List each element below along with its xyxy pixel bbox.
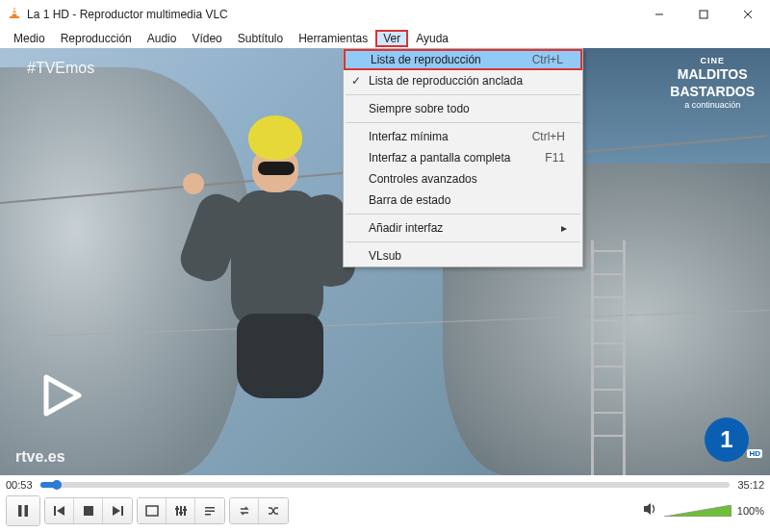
cine-title2: BASTARDOS [670,84,755,101]
svg-rect-15 [121,506,123,516]
cine-title1: MALDITOS [670,66,755,84]
dd-separator [346,241,580,242]
dd-vlsub[interactable]: VLsub [344,245,582,266]
overlay-cine-block: CINE MALDITOS BASTARDOS a continuación [670,56,755,112]
fullscreen-button[interactable] [138,498,167,523]
speaker-icon[interactable] [643,502,658,519]
dd-separator [346,214,580,215]
volume-percentage: 100% [737,505,764,517]
svg-rect-21 [179,512,183,514]
menu-audio[interactable]: Audio [140,30,185,47]
svg-rect-23 [205,507,215,509]
svg-rect-24 [205,511,215,513]
dd-lista-reproduccion[interactable]: Lista de reproducción Ctrl+L [344,49,582,70]
playlist-button[interactable] [195,498,224,523]
window-buttons [637,0,770,29]
svg-rect-1 [10,16,19,18]
svg-rect-11 [54,506,56,516]
stop-icon [82,504,95,518]
check-icon: ✓ [344,74,369,88]
dd-separator [346,94,580,95]
svg-marker-26 [644,503,651,515]
extended-settings-icon [174,504,188,518]
vlc-cone-icon [8,6,21,23]
loop-icon [238,504,251,518]
dd-lista-anclada[interactable]: ✓ Lista de reproducción anclada [344,70,582,91]
menu-ver[interactable]: Ver [375,30,408,47]
controls-row: 100% [6,495,764,526]
dd-anadir-interfaz[interactable]: Añadir interfaz ▸ [344,217,582,239]
svg-rect-10 [25,505,29,517]
svg-rect-22 [183,509,187,511]
svg-rect-3 [13,13,17,13]
volume-slider[interactable] [664,505,732,517]
playlist-icon [203,504,217,518]
dd-separator [346,122,580,123]
menu-subtitulo[interactable]: Subtítulo [230,30,291,47]
menu-medio[interactable]: Medio [6,30,53,47]
cine-sub: a continuación [670,100,755,111]
channel-hd-badge: HD [747,449,762,458]
pause-button[interactable] [7,496,39,525]
time-elapsed[interactable]: 00:53 [6,479,33,491]
menu-herramientas[interactable]: Herramientas [291,30,375,47]
overlay-play-triangle-icon [38,373,83,418]
chevron-right-icon: ▸ [561,221,575,235]
menu-ayuda[interactable]: Ayuda [408,30,456,47]
overlay-channel-logo: 1 HD [705,418,749,462]
previous-button[interactable] [45,498,74,523]
svg-rect-18 [180,506,182,516]
minimize-button[interactable] [637,0,681,29]
svg-rect-2 [13,10,16,11]
ladder [591,241,626,475]
channel-number: 1 [720,426,732,453]
svg-rect-25 [205,514,211,516]
dd-controles-avanzados[interactable]: Controles avanzados [344,168,582,190]
overlay-hashtag: #TVEmos [27,60,94,77]
menu-reproduccion[interactable]: Reproducción [53,30,140,47]
window-title: La 1 HD - Reproductor multimedia VLC [27,8,637,21]
dd-pantalla-completa[interactable]: Interfaz a pantalla completa F11 [344,147,582,168]
svg-rect-13 [84,506,93,516]
shuffle-icon [267,504,280,518]
cine-top: CINE [670,56,755,66]
svg-marker-12 [57,506,64,516]
pause-icon [16,504,30,518]
svg-marker-14 [113,506,120,516]
svg-rect-9 [18,505,22,517]
next-button[interactable] [103,498,132,523]
close-button[interactable] [726,0,770,29]
dd-siempre-sobre-todo[interactable]: Siempre sobre todo [344,98,582,119]
dd-barra-estado[interactable]: Barra de estado [344,190,582,211]
svg-rect-20 [175,508,179,510]
svg-rect-16 [146,506,158,516]
fullscreen-icon [145,504,159,518]
maximize-button[interactable] [681,0,726,29]
seekbar: 00:53 35:12 [6,476,764,494]
next-icon [111,504,124,518]
dd-interfaz-minima[interactable]: Interfaz mínima Ctrl+H [344,126,582,147]
time-total[interactable]: 35:12 [737,479,764,491]
svg-marker-8 [46,377,79,414]
shuffle-button[interactable] [259,498,288,523]
seek-track[interactable] [40,482,731,488]
ver-dropdown: Lista de reproducción Ctrl+L ✓ Lista de … [343,48,583,267]
seek-thumb[interactable] [52,480,62,490]
svg-rect-17 [176,506,178,516]
overlay-rtve: rtve.es [15,448,65,466]
menubar: Medio Reproducción Audio Vídeo Subtítulo… [0,29,770,48]
stop-button[interactable] [74,498,103,523]
loop-button[interactable] [230,498,259,523]
extended-settings-button[interactable] [167,498,195,523]
svg-rect-5 [700,11,707,18]
svg-marker-0 [12,7,17,17]
menu-video[interactable]: Vídeo [184,30,229,47]
volume-control: 100% [643,502,764,519]
previous-icon [53,504,66,518]
titlebar: La 1 HD - Reproductor multimedia VLC [0,0,770,29]
